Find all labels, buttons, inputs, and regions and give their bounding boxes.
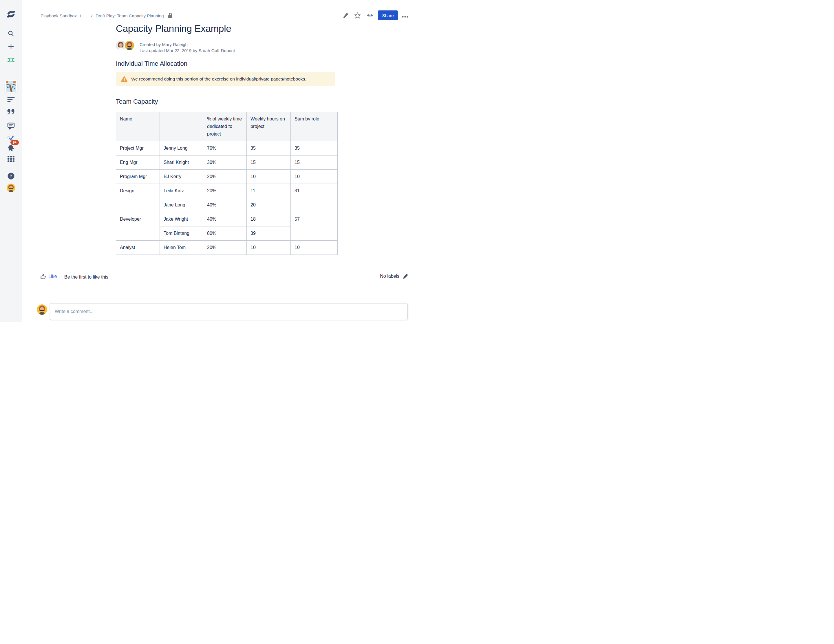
table-cell: 18 [247, 212, 291, 226]
watch-button[interactable] [367, 13, 373, 19]
edit-page-button[interactable] [343, 13, 349, 19]
table-cell: 20% [203, 240, 247, 255]
table-row: Design Leila Katz 20% 11 31 [116, 184, 338, 198]
table-header-row: Name % of weekly time dedicated to proje… [116, 112, 338, 141]
notifications-bell-icon[interactable] [6, 144, 15, 152]
table-cell: 10 [291, 170, 338, 184]
space-avatar-image [5, 80, 17, 93]
table-row: Developer Jake Wright 40% 18 57 [116, 212, 338, 226]
table-cell: 35 [247, 141, 291, 155]
table-cell: 10 [247, 170, 291, 184]
like-button[interactable]: Like [40, 273, 57, 279]
profile-avatar[interactable] [6, 184, 15, 192]
column-header-percent: % of weekly time dedicated to project [203, 112, 247, 141]
quote-icon[interactable] [7, 108, 15, 116]
eye-icon [367, 13, 373, 18]
table-cell: BJ Kerry [160, 170, 203, 184]
column-header-hours: Weekly hours on project [247, 112, 291, 141]
table-cell: Developer [116, 212, 160, 240]
table-cell: 11 [247, 184, 291, 198]
labels-text: No labels [380, 274, 399, 279]
create-icon[interactable] [8, 43, 15, 50]
table-cell: Eng Mgr [116, 155, 160, 170]
created-by-text: Created by Mary Raleigh [140, 41, 235, 47]
table-cell: Jenny Long [160, 141, 203, 155]
table-cell: Analyst [116, 240, 160, 255]
comment-input[interactable] [50, 303, 407, 320]
table-cell: 15 [247, 155, 291, 170]
comments-icon[interactable] [7, 122, 15, 130]
confluence-logo-icon[interactable] [6, 10, 16, 19]
warning-icon [121, 76, 128, 82]
table-cell: 40% [203, 198, 247, 212]
breadcrumb: Playbook Sandbox / ... / Draft Play: Tea… [40, 13, 173, 19]
byline: Created by Mary Raleigh Last updated Mar… [140, 41, 235, 53]
table-cell: 20 [247, 198, 291, 212]
table-cell: 15 [291, 155, 338, 170]
star-icon [354, 12, 361, 19]
page-outline-icon[interactable] [7, 97, 15, 103]
breadcrumb-item-space[interactable]: Playbook Sandbox [40, 13, 77, 18]
table-cell: 39 [247, 226, 291, 240]
table-cell: 31 [291, 184, 338, 212]
table-cell: Program Mgr [116, 170, 160, 184]
comment-box [50, 303, 408, 320]
notifications-badge: 9+ [10, 140, 19, 145]
app-switcher-icon[interactable] [8, 156, 15, 162]
space-avatar[interactable] [5, 80, 17, 93]
thumbs-up-icon [40, 273, 46, 279]
last-updated-text: Last updated Mar 22, 2019 by Sarah Goff-… [140, 47, 235, 53]
share-button[interactable]: Share [378, 10, 398, 20]
edit-labels-pencil-icon[interactable] [402, 273, 408, 279]
breadcrumb-item-page[interactable]: Draft Play: Team Capacity Planning [95, 13, 164, 18]
team-capacity-table: Name % of weekly time dedicated to proje… [116, 112, 338, 255]
column-header-sum: Sum by role [291, 112, 338, 141]
table-cell: 20% [203, 170, 247, 184]
breadcrumb-separator: / [80, 13, 81, 18]
table-cell: 10 [291, 240, 338, 255]
warning-banner: We recommend doing this portion of the e… [116, 72, 335, 86]
section-heading-team: Team Capacity [116, 98, 158, 105]
bug-icon[interactable] [7, 56, 15, 64]
table-cell: 80% [203, 226, 247, 240]
table-cell: 10 [247, 240, 291, 255]
breadcrumb-separator: / [91, 13, 92, 18]
breadcrumb-item-ellipsis[interactable]: ... [84, 13, 88, 18]
table-cell: 30% [203, 155, 247, 170]
table-cell: Tom Bintang [160, 226, 203, 240]
section-heading-individual: Individual Time Allocation [116, 60, 187, 68]
table-row: Project Mgr Jenny Long 70% 35 35 [116, 141, 338, 155]
like-hint-text: Be the first to like this [64, 274, 108, 280]
table-cell: 40% [203, 212, 247, 226]
favourite-button[interactable] [354, 12, 361, 20]
column-header-person [160, 112, 203, 141]
table-cell: Project Mgr [116, 141, 160, 155]
table-cell: Jake Wright [160, 212, 203, 226]
svg-text:?: ? [10, 174, 12, 178]
table-row: Eng Mgr Shari Knight 30% 15 15 [116, 155, 338, 170]
table-cell: 20% [203, 184, 247, 198]
table-cell: Design [116, 184, 160, 212]
table-cell: Leila Katz [160, 184, 203, 198]
table-cell: Shari Knight [160, 155, 203, 170]
labels-section: No labels [380, 273, 408, 279]
current-user-avatar [37, 304, 47, 315]
app-sidebar: 9+ ? [0, 0, 22, 322]
confluence-logo [6, 10, 16, 19]
search-icon[interactable] [8, 30, 15, 37]
table-row: Analyst Helen Tom 20% 10 10 [116, 240, 338, 255]
table-row: Program Mgr BJ Kerry 20% 10 10 [116, 170, 338, 184]
help-icon[interactable]: ? [7, 172, 15, 180]
updater-avatar[interactable] [124, 40, 135, 51]
table-cell: 35 [291, 141, 338, 155]
table-cell: Jane Long [160, 198, 203, 212]
ellipsis-icon [402, 16, 408, 18]
table-cell: 57 [291, 212, 338, 240]
page-title: Capacity Planning Example [116, 23, 231, 34]
unlocked-icon [168, 13, 173, 19]
warning-text: We recommend doing this portion of the e… [131, 76, 306, 82]
more-actions-button[interactable] [402, 14, 408, 19]
table-cell: Helen Tom [160, 240, 203, 255]
table-cell: 70% [203, 141, 247, 155]
pencil-icon [343, 13, 349, 19]
